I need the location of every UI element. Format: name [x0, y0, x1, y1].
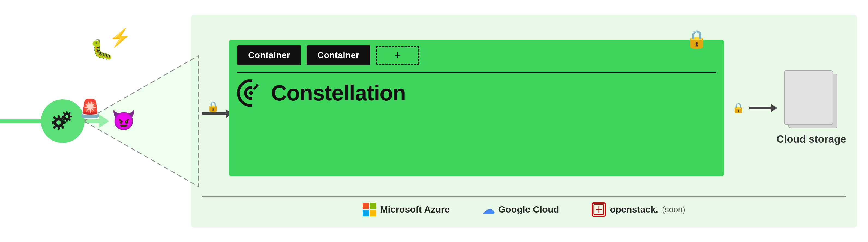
ms-sq-blue	[363, 210, 369, 216]
gcloud-label: Google Cloud	[498, 204, 559, 215]
container-add-button[interactable]: +	[376, 46, 420, 65]
devil-icon: 😈	[112, 109, 135, 131]
ms-sq-green	[370, 203, 376, 209]
svg-rect-13	[66, 120, 68, 122]
gear-circle	[41, 99, 85, 143]
constellation-divider	[237, 72, 716, 73]
svg-rect-2	[58, 115, 60, 118]
azure-label: Microsoft Azure	[380, 204, 450, 215]
svg-rect-3	[58, 127, 60, 129]
containers-row: Container Container +	[237, 45, 716, 65]
svg-point-11	[65, 115, 68, 118]
lightning-icon: ⚡	[109, 27, 131, 48]
top-lock-icon: 🔒	[686, 29, 708, 50]
svg-point-24	[249, 91, 253, 95]
openstack-icon	[592, 203, 606, 217]
input-connector: 🔒	[202, 101, 226, 115]
constellation-logo-icon	[237, 80, 265, 107]
logos-section: Microsoft Azure ☁ Google Cloud openstack…	[202, 196, 846, 217]
cloud-storage: Cloud storage	[777, 70, 846, 146]
microsoft-logo-icon	[363, 203, 376, 216]
openstack-soon-label: (soon)	[662, 205, 685, 214]
openstack-label: openstack.	[610, 204, 658, 215]
output-connector: 🔒	[730, 102, 771, 114]
constellation-brand: Constellation	[237, 80, 716, 107]
cloud-storage-label: Cloud storage	[777, 133, 846, 146]
svg-rect-23	[252, 80, 265, 107]
svg-rect-15	[62, 116, 64, 117]
left-threats-section: 🐛 ⚡ 🚨 😈	[0, 0, 191, 242]
svg-rect-5	[52, 121, 54, 124]
diagram-scene: 🐛 ⚡ 🚨 😈 🔒	[0, 0, 868, 242]
svg-rect-4	[63, 121, 66, 124]
alarm-icon: 🚨	[79, 98, 101, 119]
gears-icon	[49, 109, 76, 133]
storage-pages-icon	[784, 70, 839, 130]
ms-sq-yellow	[370, 210, 376, 216]
constellation-box: 🔒 Container Container +	[229, 40, 724, 176]
gcloud-icon: ☁	[483, 203, 495, 216]
container-box-2: Container	[307, 45, 370, 65]
storage-page-front	[784, 70, 833, 125]
right-panel: 🔒 🔒 Container Container +	[191, 15, 857, 228]
azure-logo-item: Microsoft Azure	[363, 203, 450, 216]
ms-sq-red	[363, 203, 369, 209]
constellation-brand-name: Constellation	[271, 81, 406, 105]
gcloud-logo-item: ☁ Google Cloud	[483, 203, 559, 216]
input-lock-icon: 🔒	[207, 101, 219, 113]
openstack-logo-item: openstack. (soon)	[592, 203, 685, 217]
svg-point-1	[57, 120, 61, 125]
constellation-wrapper: 🔒 🔒 Container Container +	[202, 28, 846, 188]
container-box-1: Container	[237, 45, 301, 65]
svg-rect-12	[66, 111, 68, 114]
output-lock-icon: 🔒	[732, 102, 744, 114]
svg-rect-14	[70, 116, 72, 117]
